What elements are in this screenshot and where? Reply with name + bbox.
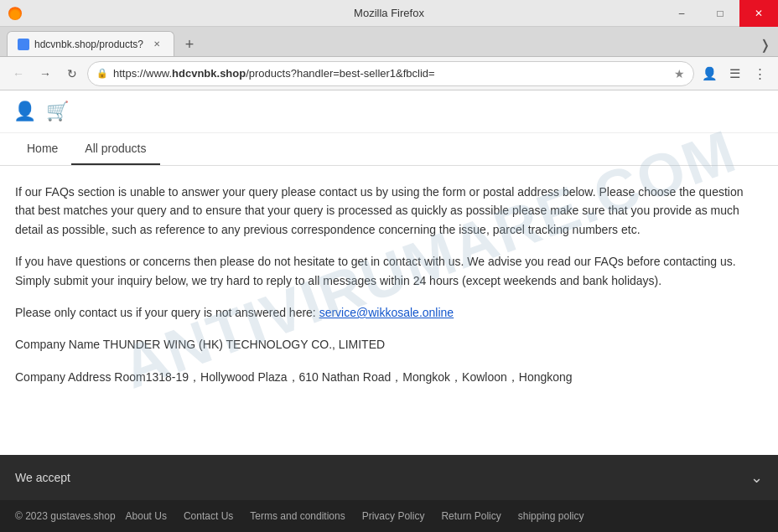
maximize-button[interactable]: □ — [701, 0, 739, 27]
reload-button[interactable]: ↻ — [60, 62, 84, 85]
copyright: © 2023 gustaves.shop — [15, 510, 116, 522]
page-content: ANTIVIRUMARE.COM 👤 🛒 Home All products I… — [0, 90, 778, 532]
tab-close-button[interactable]: ✕ — [150, 38, 163, 51]
site-nav: Home All products — [0, 133, 778, 166]
tab-list-button[interactable]: ❭ — [751, 33, 778, 56]
paragraph-2: If you have questions or concerns then p… — [15, 252, 763, 290]
window-controls: – □ ✕ — [662, 0, 778, 27]
nav-tab-home[interactable]: Home — [13, 133, 71, 165]
company-address-line: Company Address Room1318-19，Hollywood Pl… — [15, 368, 763, 386]
user-account-icon[interactable]: 👤 — [13, 101, 36, 122]
footer-link-about-us[interactable]: About Us — [126, 510, 167, 522]
security-lock-icon: 🔒 — [96, 68, 108, 79]
main-content: If our FAQs section is unable to answer … — [0, 166, 778, 455]
footer-link-return[interactable]: Return Policy — [441, 510, 501, 522]
footer-link-contact-us[interactable]: Contact Us — [184, 510, 233, 522]
back-button[interactable]: ← — [7, 62, 30, 85]
paragraph-3: Please only contact us if your query is … — [15, 303, 763, 322]
paragraph-1: If our FAQs section is unable to answer … — [15, 183, 763, 239]
company-address-label: Company Address — [15, 370, 111, 384]
footer-link-shipping[interactable]: shipping policy — [518, 510, 584, 522]
contact-prefix: Please only contact us if your query is … — [15, 306, 319, 319]
footer-we-accept: We accept ⌄ — [0, 455, 778, 500]
address-bar[interactable]: 🔒 https://www.hdcvnbk.shop/products?hand… — [87, 61, 694, 86]
more-options-icon[interactable]: ⋮ — [748, 62, 771, 85]
minimize-button[interactable]: – — [662, 0, 701, 27]
nav-icon-group: 👤 ☰ ⋮ — [698, 62, 771, 85]
window-title: Mozilla Firefox — [354, 7, 424, 19]
footer-link-terms[interactable]: Terms and conditions — [250, 510, 345, 522]
account-icon[interactable]: 👤 — [698, 62, 721, 85]
address-text: https://www.hdcvnbk.shop/products?handle… — [113, 67, 669, 80]
new-tab-button[interactable]: + — [178, 33, 201, 56]
site-header: 👤 🛒 — [0, 90, 778, 133]
company-name-label: Company Name — [15, 338, 100, 351]
cart-icon[interactable]: 🛒 — [46, 101, 69, 122]
we-accept-label: We accept — [15, 471, 70, 484]
company-name-value: THUNDER WING (HK) TECHNOLOGY CO., LIMITE… — [103, 338, 385, 351]
forward-button[interactable]: → — [34, 62, 57, 85]
tab-label: hdcvnbk.shop/products? — [34, 39, 143, 50]
tab-bar: hdcvnbk.shop/products? ✕ + ❭ — [0, 27, 778, 57]
title-bar: Mozilla Firefox – □ ✕ — [0, 0, 778, 27]
footer-links: © 2023 gustaves.shop About Us Contact Us… — [0, 500, 778, 532]
company-address-value: Room1318-19，Hollywood Plaza，610 Nathan R… — [114, 370, 572, 384]
footer-link-privacy[interactable]: Privacy Policy — [362, 510, 425, 522]
nav-bar: ← → ↻ 🔒 https://www.hdcvnbk.shop/product… — [0, 57, 778, 90]
firefox-icon — [8, 7, 22, 20]
nav-tab-all-products[interactable]: All products — [71, 133, 159, 165]
tab-favicon — [18, 39, 29, 50]
we-accept-chevron-icon[interactable]: ⌄ — [750, 468, 763, 487]
company-name-line: Company Name THUNDER WING (HK) TECHNOLOG… — [15, 335, 763, 354]
extensions-icon[interactable]: ☰ — [723, 62, 746, 85]
email-link[interactable]: service@wikkosale.online — [319, 306, 454, 319]
close-button[interactable]: ✕ — [739, 0, 778, 27]
bookmark-star-icon[interactable]: ★ — [674, 67, 685, 80]
browser-tab[interactable]: hdcvnbk.shop/products? ✕ — [7, 31, 174, 56]
